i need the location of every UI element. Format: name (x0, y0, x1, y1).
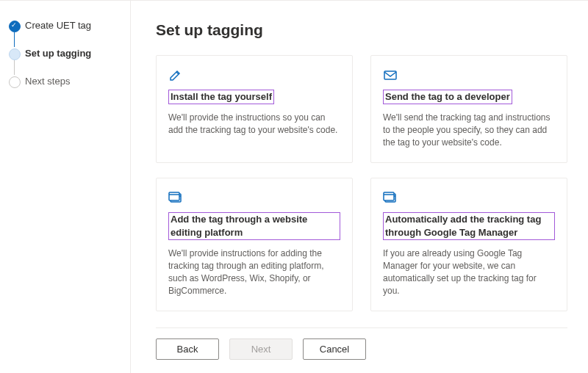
card-title-wrap: Add the tag through a website editing pl… (168, 212, 340, 240)
card-title: Add the tag through a website editing pl… (168, 212, 340, 240)
step-label: Set up tagging (25, 48, 91, 59)
check-icon: ✓ (11, 22, 17, 29)
step-next-steps[interactable]: Next steps (9, 76, 120, 87)
pencil-icon (168, 68, 340, 82)
card-send-to-developer[interactable]: Send the tag to a developer We'll send t… (370, 55, 567, 163)
cancel-button[interactable]: Cancel (303, 338, 366, 360)
card-title: Automatically add the tracking tag throu… (383, 212, 555, 240)
step-create-uet-tag[interactable]: ✓ Create UET tag (9, 20, 120, 32)
card-title-wrap: Automatically add the tracking tag throu… (383, 212, 555, 240)
card-title: Send the tag to a developer (383, 90, 512, 104)
wizard-steps: ✓ Create UET tag Set up tagging Next ste… (9, 20, 120, 87)
card-description: We'll provide instructions for adding th… (168, 247, 340, 297)
step-label: Create UET tag (25, 20, 91, 31)
wizard-sidebar: ✓ Create UET tag Set up tagging Next ste… (0, 1, 131, 373)
next-button: Next (229, 338, 293, 360)
svg-rect-4 (384, 192, 394, 200)
card-title: Install the tag yourself (168, 90, 274, 104)
wizard-footer: Back Next Cancel (156, 327, 567, 360)
svg-rect-2 (169, 192, 179, 200)
card-title-wrap: Install the tag yourself (168, 90, 340, 104)
card-google-tag-manager[interactable]: Automatically add the tracking tag throu… (370, 178, 567, 311)
svg-rect-0 (384, 71, 396, 79)
card-description: If you are already using Google Tag Mana… (383, 247, 555, 297)
browser-icon (383, 190, 555, 205)
page-title: Set up tagging (156, 21, 567, 39)
card-editing-platform[interactable]: Add the tag through a website editing pl… (156, 178, 353, 311)
card-install-yourself[interactable]: Install the tag yourself We'll provide t… (156, 55, 353, 163)
card-title-wrap: Send the tag to a developer (383, 90, 555, 104)
card-description: We'll provide the instructions so you ca… (168, 112, 340, 137)
browser-icon (168, 190, 340, 205)
option-cards: Install the tag yourself We'll provide t… (156, 55, 567, 311)
card-description: We'll send the tracking tag and instruct… (383, 112, 555, 149)
back-button[interactable]: Back (156, 338, 219, 360)
mail-icon (383, 68, 555, 82)
step-set-up-tagging[interactable]: Set up tagging (9, 48, 120, 59)
step-label: Next steps (25, 76, 70, 87)
page-root: ✓ Create UET tag Set up tagging Next ste… (0, 0, 588, 373)
main-content: Set up tagging Install the tag yourself … (131, 1, 588, 373)
